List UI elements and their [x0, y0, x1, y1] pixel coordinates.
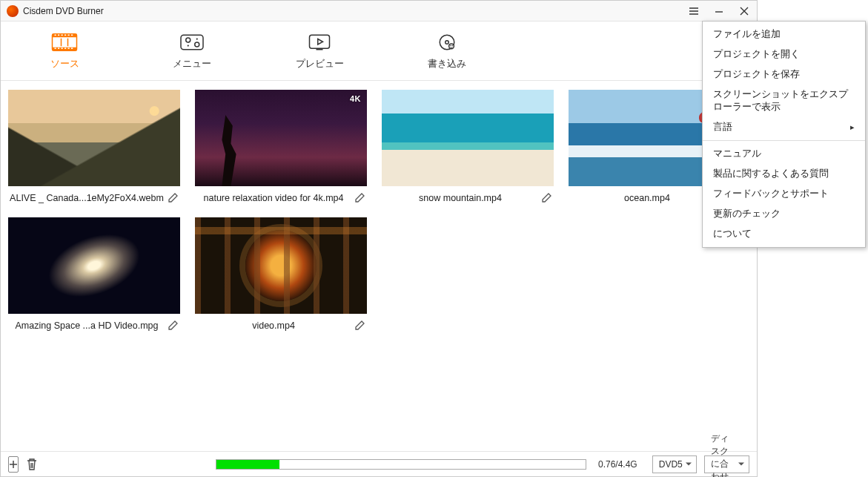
- edit-icon[interactable]: [352, 320, 367, 332]
- svg-point-7: [196, 38, 198, 39]
- video-thumbnail[interactable]: [382, 90, 554, 186]
- tab-label: メニュー: [173, 57, 211, 70]
- titlebar: Cisdem DVD Burner: [1, 1, 757, 22]
- tab-burn[interactable]: 書き込み: [383, 22, 511, 80]
- video-thumbnail[interactable]: [8, 90, 180, 186]
- video-filename: snow mountain.mp4: [382, 193, 539, 203]
- fit-select[interactable]: ディスクに合わせる: [704, 455, 749, 473]
- app-title: Cisdem DVD Burner: [23, 6, 104, 16]
- add-button[interactable]: [8, 456, 19, 473]
- video-item[interactable]: ALIVE _ Canada...1eMy2FoX4.webm: [8, 90, 180, 204]
- edit-icon[interactable]: [165, 320, 180, 332]
- svg-point-4: [186, 38, 191, 42]
- app-icon: [7, 5, 19, 17]
- tab-label: ソース: [50, 57, 79, 70]
- delete-button[interactable]: [26, 456, 38, 473]
- svg-rect-3: [181, 35, 203, 50]
- video-filename: Amazing Space ...a HD Video.mpg: [8, 320, 165, 331]
- svg-rect-8: [310, 35, 330, 48]
- tab-menu[interactable]: メニュー: [128, 22, 256, 80]
- svg-point-10: [445, 40, 449, 44]
- menu-faq[interactable]: 製品に関するよくある質問: [703, 164, 865, 184]
- menu-show-screenshot[interactable]: スクリーンショットをエクスプローラーで表示: [703, 85, 865, 117]
- tab-source[interactable]: ソース: [1, 22, 128, 80]
- disc-type-select[interactable]: DVD5: [652, 455, 697, 473]
- video-item[interactable]: video.mp4: [195, 217, 367, 332]
- video-item[interactable]: snow mountain.mp4: [382, 90, 554, 204]
- video-thumbnail[interactable]: [195, 217, 367, 314]
- video-filename: ALIVE _ Canada...1eMy2FoX4.webm: [8, 193, 165, 203]
- menu-save-project[interactable]: プロジェクトを保存: [703, 65, 865, 85]
- edit-icon[interactable]: [352, 192, 367, 204]
- svg-point-13: [451, 45, 453, 46]
- tab-bar: ソース メニュー プレビュー 書き込み: [1, 22, 757, 81]
- menu-manual[interactable]: マニュアル: [703, 144, 865, 164]
- menu-open-project[interactable]: プロジェクトを開く: [703, 45, 865, 65]
- svg-point-5: [195, 42, 199, 47]
- hamburger-dropdown: ファイルを追加 プロジェクトを開く プロジェクトを保存 スクリーンショットをエク…: [702, 21, 866, 248]
- app-window: Cisdem DVD Burner ソース メニュー プレビュー 書き込み: [0, 0, 758, 477]
- menu-about[interactable]: について: [703, 224, 865, 244]
- hamburger-menu-button[interactable]: [681, 1, 706, 22]
- svg-point-6: [188, 45, 189, 46]
- badge-4k: 4K: [350, 94, 361, 103]
- menu-check-update[interactable]: 更新のチェック: [703, 204, 865, 224]
- tab-label: プレビュー: [296, 57, 344, 70]
- source-content: ALIVE _ Canada...1eMy2FoX4.webm4Knature …: [1, 81, 757, 451]
- tab-label: 書き込み: [428, 57, 466, 70]
- menu-language[interactable]: 言語: [703, 117, 865, 137]
- svg-point-12: [450, 45, 451, 46]
- video-item[interactable]: Amazing Space ...a HD Video.mpg: [8, 217, 180, 332]
- minimize-button[interactable]: [706, 1, 732, 22]
- menu-add-file[interactable]: ファイルを追加: [703, 24, 865, 45]
- video-item[interactable]: 4Knature relaxation video for 4k.mp4: [195, 90, 367, 204]
- edit-icon[interactable]: [539, 192, 554, 204]
- video-thumbnail[interactable]: [195, 90, 367, 186]
- size-progress: [216, 459, 586, 470]
- tab-preview[interactable]: プレビュー: [256, 22, 383, 80]
- video-thumbnail[interactable]: [8, 217, 180, 314]
- menu-feedback[interactable]: フィードバックとサポート: [703, 184, 865, 204]
- size-text: 0.76/4.4G: [598, 459, 637, 470]
- video-filename: nature relaxation video for 4k.mp4: [195, 193, 352, 203]
- close-button[interactable]: [732, 1, 757, 22]
- status-bar: 0.76/4.4G DVD5 ディスクに合わせる: [1, 451, 757, 476]
- edit-icon[interactable]: [165, 192, 180, 204]
- video-filename: video.mp4: [195, 320, 352, 331]
